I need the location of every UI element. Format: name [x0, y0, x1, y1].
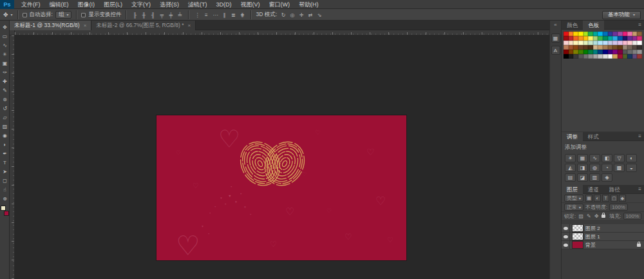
lock-position-icon[interactable]: ✥ [593, 213, 600, 219]
color-swatch[interactable] [569, 50, 574, 54]
menu-item[interactable]: 滤镜(T) [184, 0, 212, 9]
color-swatch[interactable] [578, 41, 583, 45]
menu-item[interactable]: 3D(D) [212, 0, 236, 9]
marquee-tool[interactable]: ▭ [1, 32, 9, 41]
color-swatch[interactable] [612, 50, 618, 54]
filter-pixel-layers-icon[interactable]: ▦ [585, 195, 592, 202]
color-swatch[interactable] [573, 50, 578, 54]
color-swatch[interactable] [612, 32, 618, 36]
color-swatch[interactable] [598, 54, 603, 59]
3d-pan-icon[interactable]: ✛ [298, 11, 305, 19]
color-swatch[interactable] [583, 45, 589, 50]
distribute-right-icon[interactable]: ⋕ [238, 11, 246, 19]
color-swatch[interactable] [593, 36, 598, 41]
clone-stamp-tool[interactable]: ⊛ [1, 95, 9, 104]
invert-icon[interactable]: ◒ [626, 164, 637, 172]
color-swatch[interactable] [618, 41, 623, 45]
auto-select-dropdown[interactable]: 组 ▾ [55, 11, 72, 19]
menu-item[interactable]: 图像(I) [73, 0, 100, 9]
color-swatch[interactable] [593, 32, 598, 36]
lock-pixels-icon[interactable]: ✎ [585, 213, 592, 219]
color-swatch[interactable] [578, 45, 583, 50]
color-swatch[interactable] [603, 45, 608, 50]
color-swatch[interactable] [598, 41, 603, 45]
document-tab[interactable]: 未标题-2 @ 66.7%(图层 5, RGB/8) * × [91, 21, 196, 30]
color-swatch[interactable] [603, 54, 608, 59]
color-swatch[interactable] [618, 36, 623, 41]
color-swatch[interactable] [569, 36, 574, 41]
dodge-tool[interactable]: ◗ [1, 140, 9, 149]
color-swatch[interactable] [637, 41, 642, 45]
color-swatch[interactable] [564, 50, 569, 54]
background-color-swatch[interactable] [4, 211, 9, 216]
menu-item[interactable]: 图层(L) [99, 0, 127, 9]
color-swatch[interactable] [627, 32, 632, 36]
blend-mode-dropdown[interactable]: 正常 ▾ [564, 204, 583, 211]
layer-visibility-toggle[interactable] [562, 224, 570, 232]
color-swatch[interactable] [608, 45, 613, 50]
color-swatch[interactable] [603, 32, 608, 36]
menu-item[interactable]: 文字(Y) [127, 0, 155, 9]
distribute-horizontal-centers-icon[interactable]: ≣ [229, 11, 237, 19]
gradient-tool[interactable]: ▨ [1, 122, 9, 131]
panel-tab[interactable]: 路径 [604, 185, 625, 194]
hand-tool[interactable]: ☝ [1, 185, 9, 194]
panel-tab[interactable]: 色板 [583, 21, 604, 30]
color-swatch[interactable] [608, 54, 613, 59]
layer-filter-dropdown[interactable]: 类型 ▾ [564, 195, 583, 202]
color-swatch[interactable] [627, 41, 632, 45]
shape-tool[interactable]: ◻ [1, 176, 9, 185]
color-swatch[interactable] [588, 54, 593, 59]
photo-filter-icon[interactable]: ◍ [589, 164, 600, 172]
crop-tool[interactable]: ▣ [1, 59, 9, 68]
color-swatch[interactable] [612, 45, 618, 50]
layer-row[interactable]: 图层 2 [562, 224, 644, 233]
menu-item[interactable]: 编辑(E) [45, 0, 73, 9]
color-swatch[interactable] [637, 54, 642, 59]
color-swatch[interactable] [627, 54, 632, 59]
color-swatch[interactable] [593, 54, 598, 59]
align-vertical-centers-icon[interactable]: ╪ [167, 11, 175, 19]
color-swatch[interactable] [608, 32, 613, 36]
zoom-tool[interactable]: ⊕ [1, 194, 9, 203]
color-swatch[interactable] [623, 54, 628, 59]
color-swatch[interactable] [569, 32, 574, 36]
color-swatch[interactable] [632, 41, 638, 45]
auto-select-checkbox[interactable] [23, 13, 27, 17]
color-swatch[interactable] [573, 45, 578, 50]
3d-roll-icon[interactable]: ◎ [289, 11, 296, 19]
color-swatch[interactable] [569, 54, 574, 59]
move-tool[interactable]: ✥ [1, 23, 9, 32]
layer-visibility-toggle[interactable] [562, 241, 570, 249]
color-swatch[interactable] [632, 54, 638, 59]
color-swatch[interactable] [627, 45, 632, 50]
color-swatch[interactable] [578, 50, 583, 54]
show-transform-checkbox[interactable] [81, 13, 86, 17]
foreground-color-swatch[interactable] [1, 206, 6, 211]
color-swatch[interactable] [593, 50, 598, 54]
menu-item[interactable]: 视图(V) [236, 0, 265, 9]
distribute-bottom-icon[interactable]: ⋯ [211, 11, 219, 19]
tab-close-icon[interactable]: × [188, 23, 191, 28]
color-swatch[interactable] [623, 36, 628, 41]
color-swatch[interactable] [583, 41, 589, 45]
color-swatch[interactable] [583, 50, 589, 54]
exposure-icon[interactable]: ◧ [601, 154, 612, 162]
history-brush-tool[interactable]: ↺ [1, 104, 9, 113]
color-swatch[interactable] [598, 32, 603, 36]
vibrance-icon[interactable]: ▽ [614, 154, 625, 162]
color-swatch[interactable] [564, 54, 569, 59]
color-swatch[interactable] [593, 41, 598, 45]
brush-tool[interactable]: ✎ [1, 86, 9, 95]
color-swatch[interactable] [637, 36, 642, 41]
distribute-top-icon[interactable]: ⋮ [193, 11, 201, 19]
color-swatch[interactable] [603, 36, 608, 41]
color-swatch[interactable] [564, 45, 569, 50]
color-swatch[interactable] [588, 32, 593, 36]
align-right-edges-icon[interactable]: ╢ [149, 11, 156, 19]
panel-tab[interactable]: 通道 [583, 185, 604, 194]
color-swatch[interactable] [618, 45, 623, 50]
color-swatch[interactable] [612, 36, 618, 41]
color-swatch[interactable] [569, 41, 574, 45]
tool-preset-caret-icon[interactable]: ▾ [11, 13, 13, 17]
